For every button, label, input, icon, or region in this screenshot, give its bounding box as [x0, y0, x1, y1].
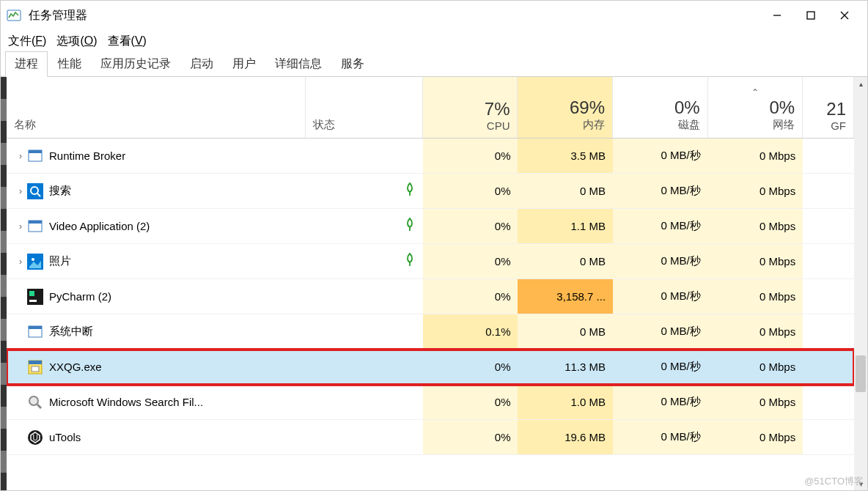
svg-point-15 — [32, 258, 34, 261]
tabbar: 进程性能应用历史记录启动用户详细信息服务 — [1, 52, 867, 77]
process-name: 系统中断 — [49, 325, 93, 339]
task-manager-window: 任务管理器 文件(F)选项(O)查看(V) 进程性能应用历史记录启动用户详细信息… — [0, 0, 868, 491]
status-cell — [306, 314, 422, 349]
process-table: 名称 状态 7%CPU 69%内存 0%磁盘 ⌃0%网络 21GF ›Runti… — [7, 77, 854, 490]
status-cell — [306, 244, 422, 278]
cpu-cell: 0% — [423, 385, 518, 419]
expand-toggle[interactable]: › — [14, 221, 27, 232]
scroll-up-button[interactable]: ▴ — [854, 77, 867, 90]
process-row[interactable]: PyCharm (2)0%3,158.7 ...0 MB/秒0 Mbps — [7, 279, 854, 314]
gpu-cell — [803, 420, 854, 454]
left-edge-decoration — [1, 77, 7, 490]
gpu-cell — [803, 209, 854, 243]
status-cell — [306, 139, 422, 173]
process-row[interactable]: ›Video Application (2)0%1.1 MB0 MB/秒0 Mb… — [7, 209, 854, 244]
network-cell: 0 Mbps — [708, 420, 803, 454]
status-cell — [306, 279, 422, 314]
svg-rect-7 — [27, 183, 43, 199]
cpu-cell: 0% — [423, 244, 518, 278]
process-name: Microsoft Windows Search Fil... — [49, 396, 203, 408]
process-icon — [27, 359, 43, 375]
column-header-network[interactable]: ⌃0%网络 — [708, 77, 803, 138]
disk-cell: 0 MB/秒 — [613, 139, 708, 173]
leaf-icon — [404, 217, 416, 235]
gpu-cell — [803, 350, 854, 384]
svg-rect-18 — [29, 291, 34, 296]
tab-详细信息[interactable]: 详细信息 — [266, 52, 331, 76]
menu-v[interactable]: 查看(V) — [108, 34, 147, 49]
titlebar: 任务管理器 — [1, 1, 867, 30]
column-header-disk[interactable]: 0%磁盘 — [613, 77, 708, 138]
gpu-cell — [803, 139, 854, 173]
window-controls — [760, 4, 861, 27]
status-cell — [306, 385, 422, 419]
memory-cell: 11.3 MB — [518, 350, 613, 384]
process-row[interactable]: ›搜索0%0 MB0 MB/秒0 Mbps — [7, 174, 854, 209]
gpu-cell — [803, 314, 854, 349]
svg-rect-2 — [807, 12, 814, 19]
column-header-cpu[interactable]: 7%CPU — [423, 77, 518, 138]
app-icon — [7, 8, 21, 23]
svg-rect-24 — [32, 366, 39, 372]
tab-应用历史记录[interactable]: 应用历史记录 — [92, 52, 180, 76]
tab-启动[interactable]: 启动 — [181, 52, 222, 76]
disk-cell: 0 MB/秒 — [613, 385, 708, 419]
cpu-cell: 0.1% — [423, 314, 518, 349]
process-row[interactable]: 系统中断0.1%0 MB0 MB/秒0 Mbps — [7, 314, 854, 350]
process-row[interactable]: ›照片0%0 MB0 MB/秒0 Mbps — [7, 244, 854, 279]
process-icon — [27, 218, 43, 235]
gpu-cell — [803, 244, 854, 278]
svg-rect-12 — [29, 221, 42, 224]
scroll-thumb[interactable] — [856, 355, 866, 392]
column-header-gpu[interactable]: 21GF — [803, 77, 854, 138]
process-icon — [27, 289, 43, 305]
process-row[interactable]: ›Runtime Broker0%3.5 MB0 MB/秒0 Mbps — [7, 139, 854, 174]
disk-cell: 0 MB/秒 — [613, 420, 708, 454]
column-header-memory[interactable]: 69%内存 — [518, 77, 613, 138]
menu-f[interactable]: 文件(F) — [8, 34, 46, 49]
expand-toggle[interactable]: › — [14, 186, 27, 196]
scroll-down-button[interactable]: ▾ — [854, 477, 867, 490]
network-cell: 0 Mbps — [708, 244, 803, 278]
process-name: Runtime Broker — [49, 149, 125, 162]
process-row[interactable]: UuTools0%19.6 MB0 MB/秒0 Mbps — [7, 420, 854, 455]
svg-rect-6 — [29, 150, 42, 153]
column-header-name[interactable]: 名称 — [7, 77, 306, 138]
memory-cell: 1.0 MB — [518, 385, 613, 419]
process-name: 照片 — [49, 254, 71, 268]
memory-cell: 3.5 MB — [518, 139, 613, 173]
process-row[interactable]: Microsoft Windows Search Fil...0%1.0 MB0… — [7, 385, 854, 420]
process-row[interactable]: XXQG.exe0%11.3 MB0 MB/秒0 Mbps — [7, 350, 854, 385]
gpu-cell — [803, 174, 854, 208]
minimize-button[interactable] — [760, 4, 794, 27]
svg-rect-21 — [29, 326, 42, 329]
expand-toggle[interactable]: › — [14, 256, 27, 267]
memory-cell: 1.1 MB — [518, 209, 613, 243]
column-header-status[interactable]: 状态 — [306, 77, 422, 138]
close-button[interactable] — [828, 4, 861, 27]
menu-o[interactable]: 选项(O) — [56, 34, 97, 49]
vertical-scrollbar[interactable]: ▴ ▾ — [854, 77, 867, 490]
network-cell: 0 Mbps — [708, 139, 803, 173]
process-icon — [27, 148, 43, 164]
expand-toggle[interactable]: › — [14, 151, 27, 161]
network-cell: 0 Mbps — [708, 174, 803, 208]
tab-进程[interactable]: 进程 — [5, 51, 48, 77]
svg-point-25 — [29, 396, 38, 405]
network-cell: 0 Mbps — [708, 385, 803, 419]
svg-line-26 — [37, 405, 41, 408]
svg-rect-23 — [29, 361, 42, 364]
maximize-button[interactable] — [794, 4, 828, 27]
process-name-cell: ›Runtime Broker — [7, 139, 306, 173]
tab-性能[interactable]: 性能 — [49, 52, 90, 76]
memory-cell: 19.6 MB — [518, 420, 613, 454]
tab-用户[interactable]: 用户 — [224, 52, 265, 76]
disk-cell: 0 MB/秒 — [613, 244, 708, 278]
window-title: 任务管理器 — [29, 8, 760, 23]
cpu-cell: 0% — [423, 350, 518, 384]
table-header[interactable]: 名称 状态 7%CPU 69%内存 0%磁盘 ⌃0%网络 21GF — [7, 77, 854, 139]
cpu-cell: 0% — [423, 174, 518, 208]
gpu-cell — [803, 279, 854, 314]
tab-服务[interactable]: 服务 — [332, 52, 373, 76]
svg-text:U: U — [32, 434, 37, 442]
